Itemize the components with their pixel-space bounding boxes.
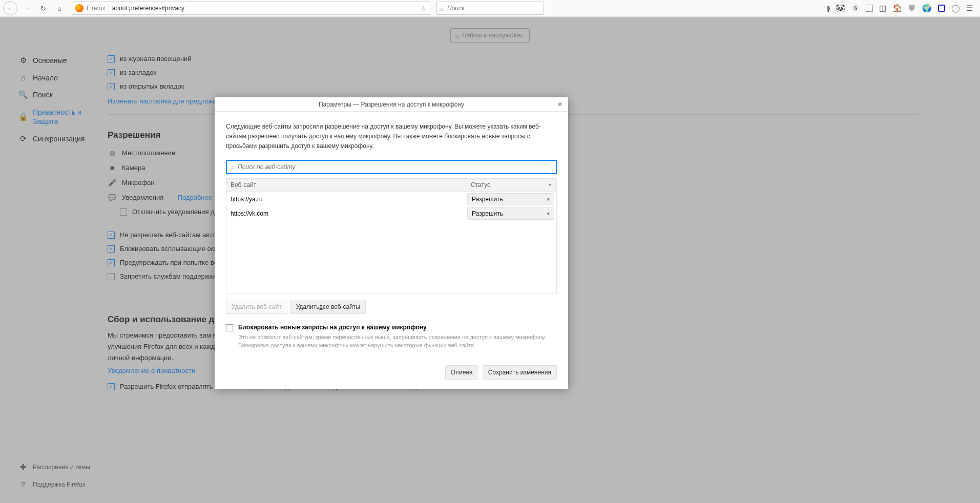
site-url: https://ya.ru <box>231 196 467 203</box>
browser-toolbar: ← → ↻ ⌂ Firefox about:preferences#privac… <box>0 0 980 17</box>
status-value: Разрешить <box>472 210 503 217</box>
extension-icon-1[interactable]: 🐼 <box>836 4 845 13</box>
status-value: Разрешить <box>472 196 503 203</box>
search-icon: ⌕ <box>440 5 444 12</box>
block-new-requests-row: Блокировать новые запросы на доступ к ва… <box>226 323 557 350</box>
dialog-body: Следующие веб-сайты запросили разрешение… <box>215 112 568 358</box>
dialog-search[interactable] <box>226 160 557 174</box>
save-button[interactable]: Сохранить изменения <box>483 365 557 380</box>
microphone-permissions-dialog: Параметры — Разрешения на доступ к микро… <box>215 97 568 389</box>
table-header: Веб-сайт Статус <box>226 179 556 192</box>
button-label: Удалить веб-сайт <box>232 303 282 310</box>
status-select[interactable]: Разрешить <box>467 193 554 205</box>
bookmark-star-icon[interactable]: ☆ <box>421 5 427 12</box>
toolbar-search-input[interactable] <box>447 5 540 12</box>
sidebar-icon[interactable]: ◫ <box>879 4 886 13</box>
button-label: Отмена <box>451 369 473 376</box>
dialog-title: Параметры — Разрешения на доступ к микро… <box>319 101 464 108</box>
url-bar[interactable]: Firefox about:preferences#privacy ☆ <box>72 2 430 15</box>
extension-icon-6[interactable] <box>938 5 945 12</box>
table-row[interactable]: https://ya.ru Разрешить <box>226 192 556 206</box>
firefox-icon <box>75 4 84 12</box>
dialog-header: Параметры — Разрешения на доступ к микро… <box>215 97 568 112</box>
settings-page: Найти в настройках ⚙ Основные ⌂ Начало 🔍… <box>0 17 980 503</box>
status-select[interactable]: Разрешить <box>467 207 554 220</box>
cancel-button[interactable]: Отмена <box>445 365 478 380</box>
extension-icon-2[interactable]: S <box>851 4 860 12</box>
toolbar-search[interactable]: ⌕ <box>436 2 544 15</box>
library-icon[interactable]: |||\ <box>826 5 829 12</box>
dialog-remove-buttons: Удалить веб-сайт Удалить все веб-сайты <box>226 300 557 314</box>
permissions-table: Веб-сайт Статус https://ya.ru Разрешить … <box>226 178 557 294</box>
dialog-footer: Отмена Сохранить изменения <box>215 358 568 389</box>
button-label-prefix: Удалить <box>296 303 320 310</box>
block-checkbox[interactable] <box>226 324 233 331</box>
menu-icon[interactable]: ☰ <box>966 4 973 13</box>
block-label: Блокировать новые запросы на доступ к ва… <box>238 324 427 331</box>
forward-button[interactable]: → <box>19 1 34 15</box>
col-status[interactable]: Статус <box>467 181 556 188</box>
extension-icon-3[interactable] <box>866 5 873 12</box>
dialog-search-input[interactable] <box>238 163 552 171</box>
remove-website-button: Удалить веб-сайт <box>226 300 287 314</box>
profile-icon[interactable]: ◯ <box>951 4 960 13</box>
dialog-intro: Следующие веб-сайты запросили разрешение… <box>226 122 557 152</box>
toolbar-icons: |||\ 🐼 S ◫ 🏠 ⛊ 🌍 ◯ ☰ <box>826 4 977 13</box>
extension-icon-5[interactable]: 🌍 <box>922 4 932 13</box>
remove-all-button[interactable]: Удалить все веб-сайты <box>290 300 366 314</box>
site-url: https://vk.com <box>231 210 467 217</box>
col-website[interactable]: Веб-сайт <box>226 181 467 188</box>
button-label-suffix: се веб-сайты <box>323 303 360 310</box>
separator <box>109 4 109 12</box>
home-button[interactable]: ⌂ <box>52 1 67 15</box>
extension-icon-4[interactable]: 🏠 <box>892 4 902 13</box>
dialog-close-button[interactable]: ✕ <box>555 99 565 110</box>
shield-icon[interactable]: ⛊ <box>908 4 916 13</box>
url-text: about:preferences#privacy <box>112 5 418 12</box>
button-label: Сохранить изменения <box>488 369 551 376</box>
url-identity: Firefox <box>87 5 106 12</box>
back-button[interactable]: ← <box>3 1 17 15</box>
block-description: Это не позволит веб-сайтам, кроме перечи… <box>238 333 557 350</box>
table-row[interactable]: https://vk.com Разрешить <box>226 206 556 221</box>
reload-button[interactable]: ↻ <box>36 1 50 15</box>
